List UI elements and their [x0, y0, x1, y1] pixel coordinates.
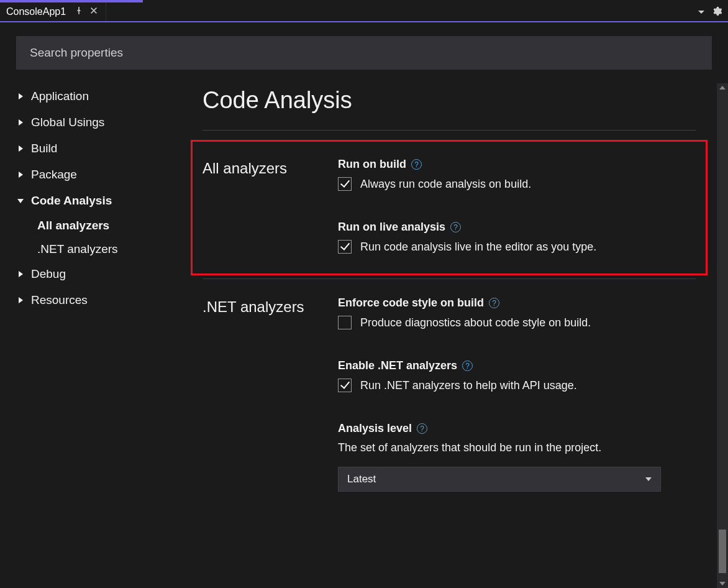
chevron-right-icon — [16, 119, 25, 126]
nav-debug[interactable]: Debug — [12, 261, 184, 287]
search-input[interactable] — [16, 36, 712, 70]
checkbox-enable-net-analyzers[interactable] — [338, 379, 352, 392]
close-icon[interactable] — [89, 6, 98, 17]
scroll-down-icon[interactable] — [719, 582, 726, 586]
prop-run-on-build: Run on build ? Always run code analysis … — [338, 158, 696, 191]
prop-run-on-live: Run on live analysis ? Run code analysis… — [338, 221, 696, 254]
scroll-thumb[interactable] — [719, 530, 726, 573]
page-title: Code Analysis — [202, 83, 696, 130]
checkbox-enforce-code-style[interactable] — [338, 316, 352, 329]
prop-enable-net-analyzers: Enable .NET analyzers ? Run .NET analyze… — [338, 359, 696, 392]
help-icon[interactable]: ? — [411, 159, 422, 170]
properties-panel: Code Analysis All analyzers Run on build… — [186, 83, 728, 588]
nav-global-usings[interactable]: Global Usings — [12, 109, 184, 136]
help-icon[interactable]: ? — [462, 361, 473, 371]
section-label: All analyzers — [202, 158, 327, 254]
nav-build[interactable]: Build — [12, 136, 184, 162]
chevron-right-icon — [16, 93, 25, 99]
checkbox-run-on-build[interactable] — [338, 177, 352, 191]
help-icon[interactable]: ? — [450, 222, 461, 232]
tab-title: ConsoleApp1 — [6, 6, 66, 17]
nav-package[interactable]: Package — [12, 162, 184, 188]
vertical-scrollbar[interactable] — [717, 83, 728, 588]
pin-icon[interactable] — [75, 6, 83, 17]
divider — [202, 130, 696, 131]
analysis-level-select[interactable]: Latest — [338, 467, 661, 492]
prop-analysis-level: Analysis level ? The set of analyzers th… — [338, 422, 696, 492]
chevron-down-icon — [16, 199, 25, 203]
prop-enforce-code-style: Enforce code style on build ? Produce di… — [338, 296, 696, 329]
tab-overflow-icon[interactable] — [698, 11, 704, 14]
chevron-right-icon — [16, 145, 25, 152]
nav-net-analyzers[interactable]: .NET analyzers — [34, 237, 184, 261]
checkbox-run-on-live[interactable] — [338, 240, 352, 254]
chevron-down-icon — [645, 477, 652, 481]
help-icon[interactable]: ? — [417, 423, 427, 434]
document-tab[interactable]: ConsoleApp1 — [0, 2, 106, 21]
section-net-analyzers: .NET analyzers Enforce code style on bui… — [202, 279, 696, 507]
nav-resources[interactable]: Resources — [12, 287, 184, 313]
tab-bar: ConsoleApp1 — [0, 2, 728, 22]
nav-code-analysis[interactable]: Code Analysis — [12, 188, 184, 214]
properties-nav: Application Global Usings Build Package … — [0, 83, 186, 588]
gear-icon[interactable] — [712, 6, 722, 18]
section-all-analyzers: All analyzers Run on build ? Always run … — [191, 140, 707, 275]
section-label: .NET analyzers — [202, 296, 327, 492]
chevron-right-icon — [16, 297, 25, 303]
nav-all-analyzers[interactable]: All analyzers — [34, 214, 184, 237]
nav-application[interactable]: Application — [12, 83, 184, 109]
chevron-right-icon — [16, 271, 25, 277]
scroll-up-icon[interactable] — [719, 86, 726, 90]
chevron-right-icon — [16, 172, 25, 178]
help-icon[interactable]: ? — [489, 298, 499, 308]
